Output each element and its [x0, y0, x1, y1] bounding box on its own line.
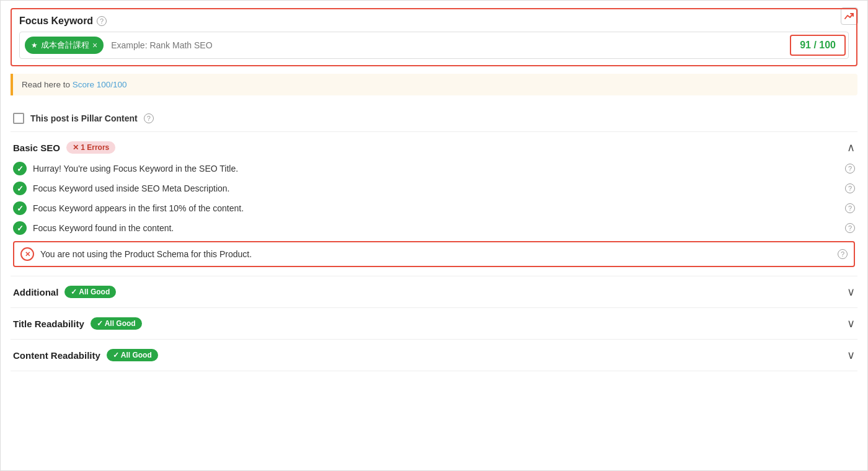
pillar-row: This post is Pillar Content ? [11, 105, 857, 132]
check-text-basic-seo-1: Focus Keyword used inside SEO Meta Descr… [33, 183, 839, 193]
check-text-basic-seo-4: You are not using the Product Schema for… [40, 249, 831, 259]
section-badge-title-readability: ✓ All Good [91, 317, 142, 330]
check-item-basic-seo-0: Hurray! You're using Focus Keyword in th… [13, 162, 855, 175]
check-help-icon-basic-seo-4[interactable]: ? [838, 249, 848, 259]
keyword-tag-close[interactable]: × [92, 40, 97, 50]
main-container: Focus Keyword ? ★ 成本會計課程 × 91 / 100 Read… [0, 0, 868, 471]
check-item-basic-seo-4: You are not using the Product Schema for… [13, 241, 855, 267]
success-icon [13, 162, 27, 175]
section-title-readability: Title Readability✓ All Good∨ [11, 308, 857, 340]
check-item-basic-seo-3: Focus Keyword found in the content.? [13, 221, 855, 235]
check-list-basic-seo: Hurray! You're using Focus Keyword in th… [13, 162, 855, 267]
section-chevron-title-readability: ∨ [847, 317, 855, 330]
keyword-tag-label: 成本會計課程 [41, 40, 89, 51]
score-badge: 91 / 100 [790, 35, 846, 56]
section-content-readability: Content Readability✓ All Good∨ [11, 340, 857, 371]
section-header-basic-seo[interactable]: Basic SEO✕ 1 Errors∧ [13, 141, 855, 154]
section-additional: Additional✓ All Good∨ [11, 276, 857, 308]
check-text-basic-seo-3: Focus Keyword found in the content. [33, 223, 839, 233]
notice-bar: Read here to Score 100/100 [11, 74, 857, 95]
check-item-basic-seo-1: Focus Keyword used inside SEO Meta Descr… [13, 182, 855, 195]
section-header-additional[interactable]: Additional✓ All Good∨ [13, 285, 855, 299]
check-text-basic-seo-2: Focus Keyword appears in the first 10% o… [33, 203, 839, 213]
success-icon [13, 221, 27, 235]
sections-container: Basic SEO✕ 1 Errors∧Hurray! You're using… [11, 132, 857, 371]
section-title-title-readability: Title Readability [13, 319, 84, 329]
focus-keyword-title: Focus Keyword [19, 15, 93, 27]
section-title-row-additional: Additional✓ All Good [13, 286, 116, 298]
section-badge-content-readability: ✓ All Good [107, 349, 158, 361]
pillar-checkbox[interactable] [13, 113, 24, 124]
focus-keyword-help-icon[interactable]: ? [97, 16, 107, 26]
focus-keyword-header: Focus Keyword ? [19, 15, 849, 27]
success-icon [13, 182, 27, 195]
focus-keyword-section: Focus Keyword ? ★ 成本會計課程 × 91 / 100 [11, 8, 857, 66]
pillar-help-icon[interactable]: ? [144, 113, 154, 123]
notice-prefix: Read here to [22, 80, 73, 89]
check-help-icon-basic-seo-2[interactable]: ? [845, 203, 855, 213]
section-title-row-content-readability: Content Readability✓ All Good [13, 349, 158, 361]
check-item-basic-seo-2: Focus Keyword appears in the first 10% o… [13, 201, 855, 215]
section-title-additional: Additional [13, 287, 58, 297]
keyword-tag[interactable]: ★ 成本會計課程 × [25, 37, 104, 54]
star-icon: ★ [31, 41, 38, 50]
section-chevron-content-readability: ∨ [847, 348, 855, 362]
keyword-input-row: ★ 成本會計課程 × 91 / 100 [19, 32, 849, 59]
check-help-icon-basic-seo-3[interactable]: ? [845, 223, 855, 233]
section-header-title-readability[interactable]: Title Readability✓ All Good∨ [13, 317, 855, 330]
section-chevron-basic-seo: ∧ [847, 141, 855, 154]
section-title-row-title-readability: Title Readability✓ All Good [13, 317, 142, 330]
check-text-basic-seo-0: Hurray! You're using Focus Keyword in th… [33, 164, 839, 174]
section-title-row-basic-seo: Basic SEO✕ 1 Errors [13, 141, 115, 154]
notice-link[interactable]: Score 100/100 [73, 80, 127, 89]
error-icon [20, 247, 34, 261]
section-badge-basic-seo: ✕ 1 Errors [66, 141, 115, 154]
section-chevron-additional: ∨ [847, 285, 855, 299]
section-title-content-readability: Content Readability [13, 350, 100, 361]
section-title-basic-seo: Basic SEO [13, 143, 60, 153]
check-help-icon-basic-seo-1[interactable]: ? [845, 183, 855, 193]
success-icon [13, 201, 27, 215]
section-header-content-readability[interactable]: Content Readability✓ All Good∨ [13, 348, 855, 362]
section-badge-additional: ✓ All Good [64, 286, 116, 298]
keyword-input-field[interactable] [108, 35, 790, 55]
pillar-label: This post is Pillar Content [30, 113, 138, 123]
section-basic-seo: Basic SEO✕ 1 Errors∧Hurray! You're using… [11, 132, 857, 276]
check-help-icon-basic-seo-0[interactable]: ? [845, 164, 855, 174]
